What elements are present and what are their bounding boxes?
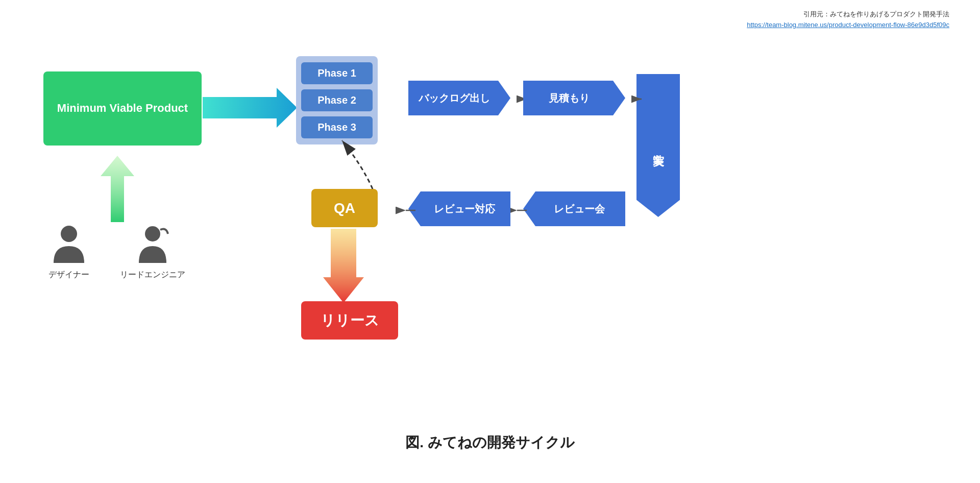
arrow-down-red [323, 229, 364, 303]
phase-container: Phase 1 Phase 2 Phase 3 [296, 56, 378, 144]
dashed-arrow [327, 135, 393, 191]
release-label: リリース [321, 311, 379, 330]
phase2-button[interactable]: Phase 2 [301, 89, 373, 111]
mitsumori-label: 見積もり [549, 91, 590, 105]
arrow-right-mvp [203, 88, 297, 128]
review-taio-label: レビュー対応 [434, 202, 495, 216]
citation-link[interactable]: https://team-blog.mitene.us/product-deve… [747, 21, 949, 29]
mitsumori-box: 見積もり [523, 81, 625, 115]
review-kai-box: レビュー会 [523, 191, 625, 226]
backlog-label: バックログ出し [419, 91, 490, 105]
svg-point-3 [145, 226, 160, 242]
mvp-label: Minimum Viable Product [57, 101, 188, 116]
review-taio-box: レビュー対応 [408, 191, 510, 226]
svg-marker-0 [203, 88, 297, 128]
lead-engineer-icon [135, 225, 170, 265]
svg-point-2 [61, 226, 77, 242]
release-box: リリース [301, 301, 398, 340]
backlog-box: バックログ出し [408, 81, 510, 115]
svg-marker-5 [323, 229, 364, 303]
phase1-button[interactable]: Phase 1 [301, 62, 373, 84]
arrow-mitsumori-to-jissou [630, 89, 643, 109]
arrow-up-green [101, 156, 134, 222]
designer-label: デザイナー [48, 270, 89, 280]
designer-figure: デザイナー [48, 225, 89, 280]
arrow-review-kai-to-taio [516, 201, 528, 220]
citation: 引用元：みてねを作りあげるプロダクト開発手法 https://team-blog… [747, 9, 949, 31]
figure-caption: 図. みてねの開発サイクル [405, 433, 575, 452]
mvp-box: Minimum Viable Product [43, 71, 202, 146]
svg-marker-1 [101, 156, 134, 222]
lead-engineer-label: リードエンジニア [120, 270, 185, 280]
page-wrapper: 引用元：みてねを作りあげるプロダクト開発手法 https://team-blog… [0, 0, 980, 483]
citation-line1: 引用元：みてねを作りあげるプロダクト開発手法 [803, 10, 949, 18]
lead-engineer-figure: リードエンジニア [120, 225, 185, 280]
designer-icon [51, 225, 87, 265]
designers-area: デザイナー リードエンジニア [48, 225, 185, 280]
qa-box: QA [311, 189, 378, 227]
review-kai-label: レビュー会 [554, 202, 605, 216]
arrow-review-taio-to-qa [404, 201, 417, 220]
qa-label: QA [334, 200, 355, 216]
